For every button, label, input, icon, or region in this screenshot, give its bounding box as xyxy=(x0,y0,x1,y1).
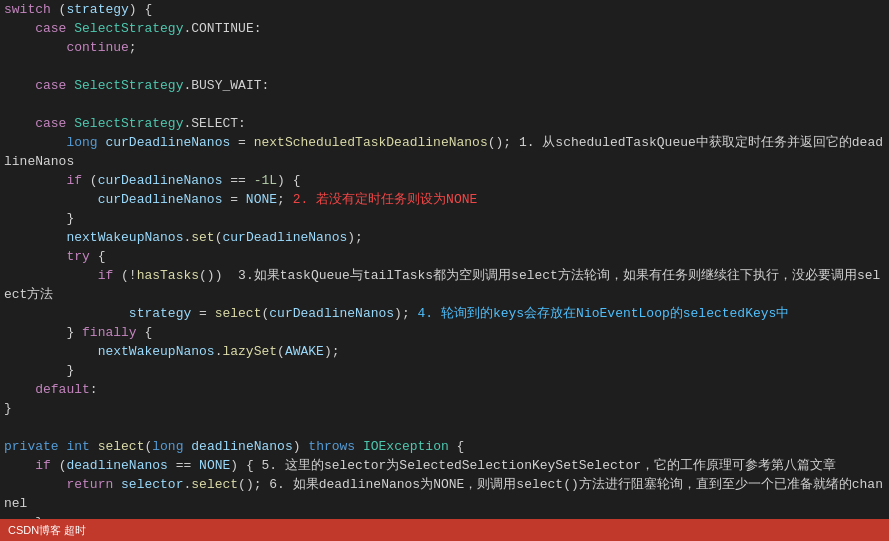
line-content: if (curDeadlineNanos == -1L) { xyxy=(4,171,885,190)
line-content: long curDeadlineNanos = nextScheduledTas… xyxy=(4,133,885,171)
watermark-text: CSDN博客 超时 xyxy=(8,523,86,538)
code-editor: switch (strategy) { case SelectStrategy.… xyxy=(0,0,889,541)
code-line: case SelectStrategy.BUSY_WAIT: xyxy=(0,76,889,95)
code-line: default: xyxy=(0,380,889,399)
code-line: if (curDeadlineNanos == -1L) { xyxy=(0,171,889,190)
line-content: if (!hasTasks()) 3.如果taskQueue与tailTasks… xyxy=(4,266,885,304)
watermark-bar: CSDN博客 超时 xyxy=(0,519,889,541)
line-content: case SelectStrategy.CONTINUE: xyxy=(4,19,885,38)
line-content xyxy=(4,95,885,114)
line-content: continue; xyxy=(4,38,885,57)
code-line: case SelectStrategy.SELECT: xyxy=(0,114,889,133)
code-line: continue; xyxy=(0,38,889,57)
code-line xyxy=(0,57,889,76)
line-content: default: xyxy=(4,380,885,399)
line-content: case SelectStrategy.BUSY_WAIT: xyxy=(4,76,885,95)
code-line: nextWakeupNanos.set(curDeadlineNanos); xyxy=(0,228,889,247)
code-line: long curDeadlineNanos = nextScheduledTas… xyxy=(0,133,889,171)
code-line: try { xyxy=(0,247,889,266)
code-line: return selector.select(); 6. 如果deadlineN… xyxy=(0,475,889,513)
line-content xyxy=(4,418,885,437)
code-line: strategy = select(curDeadlineNanos); 4. … xyxy=(0,304,889,323)
code-line xyxy=(0,418,889,437)
code-line: } xyxy=(0,209,889,228)
line-content: nextWakeupNanos.set(curDeadlineNanos); xyxy=(4,228,885,247)
line-content: } xyxy=(4,209,885,228)
line-content: case SelectStrategy.SELECT: xyxy=(4,114,885,133)
line-content xyxy=(4,57,885,76)
code-line: } xyxy=(0,399,889,418)
line-content: } finally { xyxy=(4,323,885,342)
code-line: if (deadlineNanos == NONE) { 5. 这里的selec… xyxy=(0,456,889,475)
line-content: if (deadlineNanos == NONE) { 5. 这里的selec… xyxy=(4,456,885,475)
line-content: } xyxy=(4,361,885,380)
line-content: try { xyxy=(4,247,885,266)
line-content: nextWakeupNanos.lazySet(AWAKE); xyxy=(4,342,885,361)
line-content: return selector.select(); 6. 如果deadlineN… xyxy=(4,475,885,513)
code-line: case SelectStrategy.CONTINUE: xyxy=(0,19,889,38)
code-line: curDeadlineNanos = NONE; 2. 若没有定时任务则设为NO… xyxy=(0,190,889,209)
line-content: curDeadlineNanos = NONE; 2. 若没有定时任务则设为NO… xyxy=(4,190,885,209)
code-line: if (!hasTasks()) 3.如果taskQueue与tailTasks… xyxy=(0,266,889,304)
code-line: private int select(long deadlineNanos) t… xyxy=(0,437,889,456)
code-line xyxy=(0,95,889,114)
line-content: } xyxy=(4,399,885,418)
code-line: } finally { xyxy=(0,323,889,342)
code-line: switch (strategy) { xyxy=(0,0,889,19)
line-content: private int select(long deadlineNanos) t… xyxy=(4,437,885,456)
line-content: switch (strategy) { xyxy=(4,0,885,19)
code-line: nextWakeupNanos.lazySet(AWAKE); xyxy=(0,342,889,361)
line-content: strategy = select(curDeadlineNanos); 4. … xyxy=(4,304,885,323)
code-line: } xyxy=(0,361,889,380)
